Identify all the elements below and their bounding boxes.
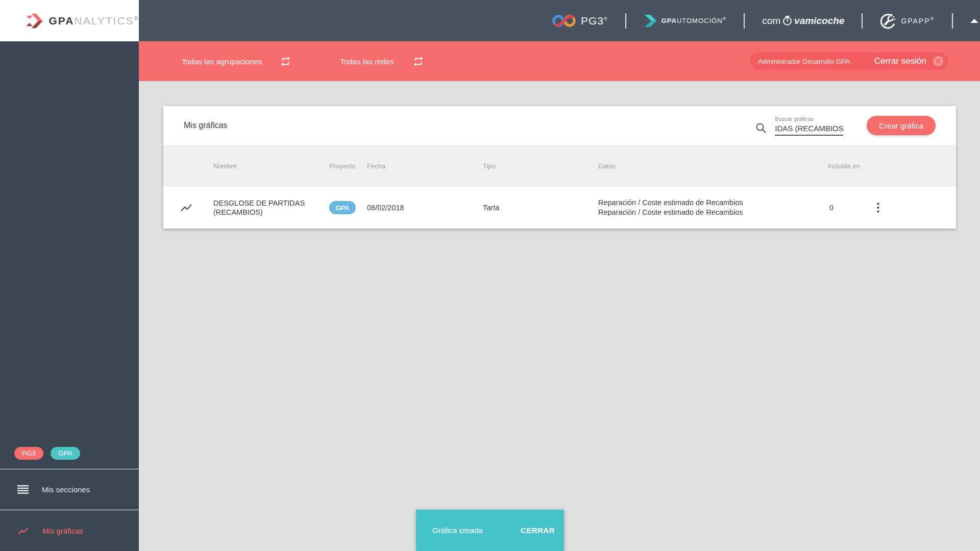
chart-line-icon: [17, 525, 29, 537]
project-badge: GPA: [329, 201, 356, 214]
table-row[interactable]: DESGLOSE DE PARTIDAS (RECAMBIOS) GPA 08/…: [163, 187, 956, 229]
gpanalytics-wordmark: GPANALYTICS®: [49, 15, 139, 27]
gpapp-label: GPAPP®: [901, 16, 935, 25]
card-toolbar: Mis gráficas Buscar gráficas Crear gráfi…: [163, 106, 956, 145]
create-chart-button[interactable]: Crear gráfica: [867, 116, 936, 135]
sidebar-bottom: PG3 GPA Mis secciones Mis gráficas: [0, 447, 139, 551]
swap-groupings-icon[interactable]: [280, 56, 291, 67]
toast-message: Gráfica creada: [432, 526, 482, 535]
networks-filter-label[interactable]: Todas las redes: [340, 57, 394, 66]
row-menu-button[interactable]: [874, 201, 883, 215]
swap-networks-icon[interactable]: [412, 56, 424, 67]
search-floating-label: Buscar gráficas: [775, 116, 843, 122]
header-divider: [625, 13, 626, 29]
search-group: Buscar gráficas Crear gráfica: [755, 116, 936, 136]
chart-line-icon: [180, 201, 193, 214]
table-header: Nombre Proyecto Fecha Tipo Datos Incluid…: [163, 145, 956, 187]
pg3-infinity-icon: [552, 13, 576, 29]
header-divider: [744, 13, 745, 29]
gpanalytics-arrow-icon: [26, 10, 43, 32]
comvamicoche-pre: com: [762, 15, 780, 27]
row-included-count: 0: [828, 204, 873, 212]
menu-icon: [17, 485, 29, 494]
gpautomocion-arrow-icon: [644, 14, 657, 28]
row-data-line: Reparación / Coste estimado de Recambios: [598, 198, 828, 208]
search-icon[interactable]: [755, 122, 767, 134]
pg3-label: PG3®: [581, 15, 608, 27]
app-root: PG3® GPAUTOMOCIÓN® com vamicoche: [0, 0, 980, 551]
gpautomocion-logo: GPAUTOMOCIÓN®: [644, 14, 727, 28]
gpautomocion-label: GPAUTOMOCIÓN®: [662, 16, 727, 24]
main-content: Mis gráficas Buscar gráficas Crear gráfi…: [139, 81, 980, 551]
vertical-dots-icon: [877, 203, 879, 213]
row-data-cell: Reparación / Coste estimado de Recambios…: [598, 198, 828, 217]
comvamicoche-logo: com vamicoche: [762, 15, 844, 27]
partner-logos: PG3® GPAUTOMOCIÓN® com vamicoche: [552, 0, 978, 41]
row-data-line: Reparación / Coste estimado de Recambios: [598, 208, 828, 217]
pg3-badge: PG3: [14, 447, 43, 460]
charts-card: Mis gráficas Buscar gráficas Crear gráfi…: [163, 106, 956, 229]
row-project-cell: GPA: [329, 201, 367, 214]
column-header-nombre: Nombre: [213, 162, 329, 170]
row-type: Tarta: [483, 204, 598, 212]
header-divider: [862, 13, 863, 29]
column-header-incluida-en: Incluida en: [828, 162, 873, 170]
session-chip: Administrador Desarrollo GPA Cerrar sesi…: [750, 53, 948, 70]
header-divider: [952, 13, 953, 29]
current-user-label: Administrador Desarrollo GPA: [758, 58, 850, 65]
comvamicoche-post: vamicoche: [794, 15, 844, 27]
toast-close-button[interactable]: CERRAR: [521, 526, 555, 535]
toast-notification: Gráfica creada CERRAR: [416, 510, 564, 551]
sidebar-item-sections[interactable]: Mis secciones: [0, 469, 139, 510]
sidebar-item-charts[interactable]: Mis gráficas: [0, 510, 139, 551]
sidebar-badges: PG3 GPA: [0, 447, 139, 469]
sidebar-item-label: Mis gráficas: [42, 527, 83, 535]
row-date: 08/02/2018: [367, 204, 483, 212]
top-header: PG3® GPAUTOMOCIÓN® com vamicoche: [139, 0, 980, 41]
sidebar: GPANALYTICS® PG3 GPA Mis secciones: [0, 0, 139, 551]
column-header-proyecto: Proyecto: [329, 162, 367, 170]
row-actions-cell: [873, 201, 956, 215]
gpanalytics-logo: GPANALYTICS®: [0, 0, 139, 41]
wrench-icon: [880, 13, 896, 29]
clock-icon: [782, 15, 793, 26]
sidebar-item-label: Mis secciones: [42, 485, 90, 494]
column-header-datos: Datos: [598, 162, 828, 170]
search-field: Buscar gráficas: [775, 116, 843, 136]
pg3-logo: PG3®: [552, 13, 608, 29]
collapse-header-arrow-icon[interactable]: [970, 19, 978, 23]
column-header-tipo: Tipo: [483, 162, 598, 170]
search-input[interactable]: [775, 123, 843, 136]
groupings-filter-label[interactable]: Todas las agrupaciones: [182, 57, 262, 66]
page-title: Mis gráficas: [184, 121, 227, 130]
filter-bar: Todas las agrupaciones Todas las redes A…: [139, 41, 980, 81]
gpapp-logo: GPAPP®: [880, 13, 935, 29]
logout-close-icon[interactable]: [933, 56, 944, 67]
column-header-fecha: Fecha: [367, 162, 483, 170]
row-name: DESGLOSE DE PARTIDAS (RECAMBIOS): [213, 198, 310, 217]
row-type-icon-cell: [163, 201, 213, 214]
gpa-badge: GPA: [51, 447, 80, 460]
logout-button[interactable]: Cerrar sesión: [874, 56, 926, 66]
